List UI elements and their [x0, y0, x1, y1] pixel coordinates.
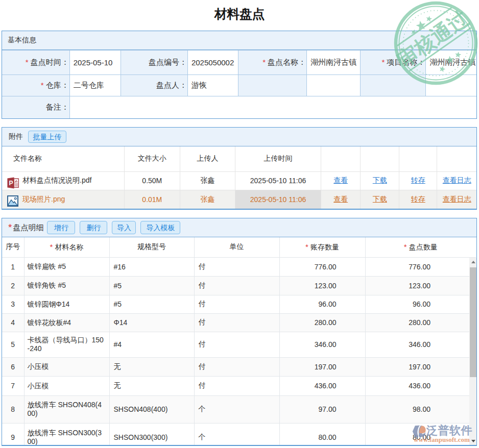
svg-text:www.fanpusoft.com: www.fanpusoft.com [414, 436, 470, 443]
svg-text:泛普软件: 泛普软件 [426, 424, 472, 437]
svg-text:P: P [9, 179, 13, 186]
